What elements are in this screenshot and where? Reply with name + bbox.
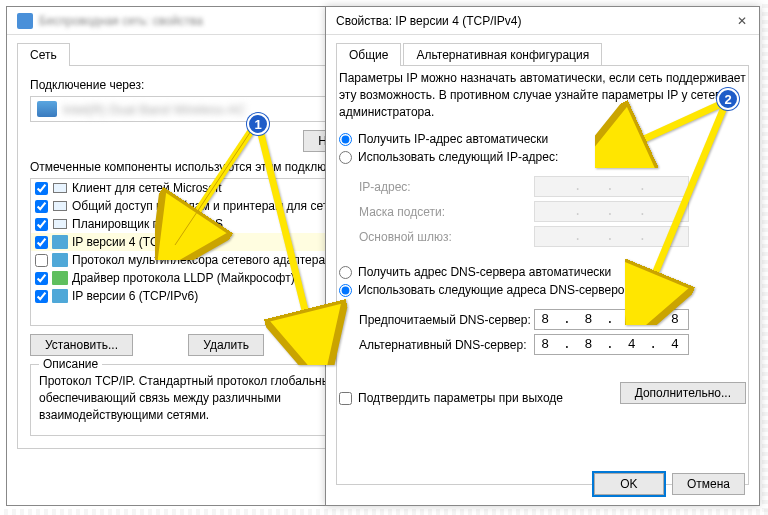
cancel-button[interactable]: Отмена xyxy=(672,473,745,495)
radio-auto-ip-label: Получить IP-адрес автоматически xyxy=(358,132,548,146)
component-checkbox[interactable] xyxy=(35,254,48,267)
component-checkbox[interactable] xyxy=(35,236,48,249)
tab-general[interactable]: Общие xyxy=(336,43,401,66)
annotation-badge-2: 2 xyxy=(717,88,739,110)
annotation-arrow-1b xyxy=(255,125,355,368)
pref-dns-label: Предпочитаемый DNS-сервер: xyxy=(359,313,534,327)
alt-dns-input[interactable]: 8 . 8 . 4 . 4 xyxy=(534,334,689,355)
ok-button[interactable]: OK xyxy=(594,473,664,495)
description-title: Описание xyxy=(39,357,102,371)
annotation-arrow-2b xyxy=(625,100,735,328)
radio-manual-ip-label: Использовать следующий IP-адрес: xyxy=(358,150,558,164)
window-title-right: Свойства: IP версии 4 (TCP/IPv4) xyxy=(336,14,522,28)
svg-line-4 xyxy=(260,130,315,350)
component-checkbox[interactable] xyxy=(35,182,48,195)
validate-label: Подтвердить параметры при выходе xyxy=(358,391,563,405)
dialog-buttons: OK Отмена xyxy=(594,473,745,495)
component-checkbox[interactable] xyxy=(35,218,48,231)
annotation-arrow-1a xyxy=(155,120,265,263)
svg-line-2 xyxy=(175,125,255,245)
radio-manual-dns-label: Использовать следующие адреса DNS-сервер… xyxy=(358,283,634,297)
close-icon[interactable]: ✕ xyxy=(733,12,751,30)
titlebar-right: Свойства: IP версии 4 (TCP/IPv4) ✕ xyxy=(326,7,759,35)
component-label: IP версии 6 (TCP/IPv6) xyxy=(72,289,198,303)
component-checkbox[interactable] xyxy=(35,272,48,285)
adapter-card-icon xyxy=(37,101,57,117)
tab-alt-config[interactable]: Альтернативная конфигурация xyxy=(403,43,602,66)
annotation-badge-1: 1 xyxy=(247,113,269,135)
component-checkbox[interactable] xyxy=(35,200,48,213)
validate-row[interactable]: Подтвердить параметры при выходе xyxy=(339,391,563,405)
decorative-edge xyxy=(0,509,768,515)
remove-button[interactable]: Удалить xyxy=(188,334,264,356)
validate-checkbox[interactable] xyxy=(339,392,352,405)
decorative-edge xyxy=(762,0,768,515)
radio-auto-dns-label: Получить адрес DNS-сервера автоматически xyxy=(358,265,611,279)
adapter-icon xyxy=(17,13,33,29)
tab-network[interactable]: Сеть xyxy=(17,43,70,66)
subnet-mask-label: Маска подсети: xyxy=(359,205,534,219)
alt-dns-label: Альтернативный DNS-сервер: xyxy=(359,338,534,352)
gateway-label: Основной шлюз: xyxy=(359,230,534,244)
svg-line-8 xyxy=(640,105,725,310)
window-title-left: Беспроводная сеть: свойства xyxy=(39,14,203,28)
advanced-row: Подтвердить параметры при выходе Дополни… xyxy=(339,381,746,405)
install-button[interactable]: Установить... xyxy=(30,334,133,356)
advanced-button[interactable]: Дополнительно... xyxy=(620,382,746,404)
tabs-right: Общие Альтернативная конфигурация xyxy=(336,43,749,66)
component-checkbox[interactable] xyxy=(35,290,48,303)
ip-address-label: IP-адрес: xyxy=(359,180,534,194)
